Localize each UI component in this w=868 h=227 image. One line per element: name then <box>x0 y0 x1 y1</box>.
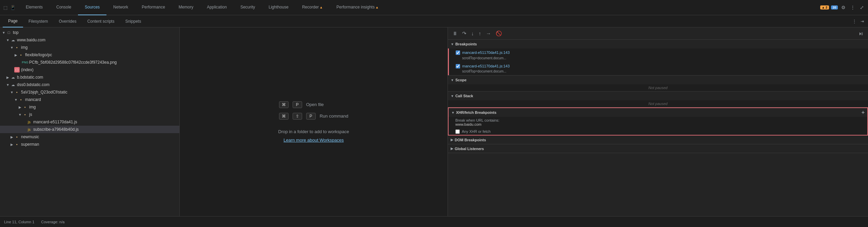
tab-recorder[interactable]: Recorder ▲ <box>295 0 330 15</box>
workspace-link[interactable]: Learn more about Workspaces <box>283 138 344 143</box>
global-listeners-label: Global Listeners <box>455 147 484 151</box>
sub-tab-bar: Page Filesystem Overrides Content script… <box>0 15 868 27</box>
subtab-snippets[interactable]: Snippets <box>120 15 146 27</box>
step-into-button[interactable]: ↓ <box>470 30 476 37</box>
tab-perf-insights[interactable]: Performance insights ▲ <box>330 0 386 15</box>
tree-item-mancard-img[interactable]: ▶ ▪ img <box>0 103 179 111</box>
tree-item-mancard-js-file[interactable]: js mancard-e51170da41.js <box>0 118 179 126</box>
tab-lighthouse[interactable]: Lighthouse <box>262 0 295 15</box>
more-button[interactable]: ⋮ <box>849 4 856 11</box>
tree-arrow-baidu: ▼ <box>5 38 10 42</box>
folder-icon-mancard-img: ▪ <box>22 104 28 110</box>
xhr-header[interactable]: ▼ XHR/fetch Breakpoints + <box>449 108 867 117</box>
tree-item-static[interactable]: ▼ ▪ 5aV1bjqh_Q23odCf/static <box>0 88 179 96</box>
pause-button[interactable]: ⏸ <box>451 30 459 37</box>
tab-console[interactable]: Console <box>50 0 78 15</box>
kbd-shift: ⇧ <box>293 113 302 120</box>
kbd-p2: P <box>306 113 316 120</box>
dom-breakpoints-header[interactable]: ▶ DOM Breakpoints <box>448 136 868 144</box>
breakpoint-checkbox-1[interactable] <box>456 50 460 55</box>
any-xhr-checkbox[interactable] <box>455 129 460 134</box>
breakpoint-item-1[interactable]: mancard-e51170da41.js:143 scrollTop=docu… <box>448 48 868 62</box>
cloud-icon-baidu: ☁ <box>10 37 16 43</box>
step-over-button[interactable]: ↷ <box>460 30 468 37</box>
breakpoint-text-1: mancard-e51170da41.js:143 scrollTop=docu… <box>462 50 510 61</box>
deactivate-button[interactable]: 🚫 <box>494 30 504 37</box>
folder-icon-static: ▪ <box>14 89 20 95</box>
tree-label-mancard-img: img <box>29 105 36 109</box>
tree-item-top[interactable]: ▼ □ top <box>0 29 179 36</box>
shortcuts-section: ⌘ P Open file ⌘ ⇧ P Run command <box>279 101 349 120</box>
top-tab-bar: ⬚ 📱 Elements Console Sources Network Per… <box>0 0 868 15</box>
panel-toggle-icon[interactable]: ⋮ <box>851 18 858 24</box>
step-button[interactable]: → <box>484 30 493 37</box>
file-tree: ▼ □ top ▼ ☁ www.baidu.com ▼ ▪ img <box>0 27 179 216</box>
settings-button[interactable]: ⚙ <box>840 4 847 11</box>
dom-breakpoints-arrow: ▶ <box>451 138 453 142</box>
tree-item-newmusic[interactable]: ▶ ▪ newmusic <box>0 133 179 141</box>
subtab-overrides[interactable]: Overrides <box>53 15 82 27</box>
call-stack-header[interactable]: ▼ Call Stack <box>448 91 868 100</box>
tree-item-dss0[interactable]: ▼ ☁ dss0.bdstatic.com <box>0 81 179 88</box>
right-panel: ⏸ ↷ ↓ ↑ → 🚫 ⏯ ▼ Breakpoints mancard-e511… <box>448 27 868 216</box>
bp-code-1: scrollTop=document.docum... <box>462 56 510 61</box>
tree-item-png[interactable]: PNG PCfb_5bf082d29588c07f842ccde3f97243e… <box>0 59 179 66</box>
folder-icon-flexible: ▪ <box>18 52 24 58</box>
tree-label-img: img <box>21 45 27 50</box>
tree-item-subscribe-js[interactable]: js subscribe-a79648b40d.js <box>0 126 179 133</box>
expand-panel-icon[interactable]: ⇥ <box>859 18 865 24</box>
tree-arrow-dss0: ▼ <box>5 83 10 87</box>
tab-application[interactable]: Application <box>200 0 234 15</box>
tree-label-top: top <box>13 30 19 35</box>
dom-breakpoints-label: DOM Breakpoints <box>455 138 486 142</box>
scope-label: Scope <box>455 78 467 82</box>
kbd-cmd2: ⌘ <box>279 113 289 120</box>
tree-item-bdstatic-b[interactable]: ▶ ☁ b.bdstatic.com <box>0 74 179 81</box>
device-icon[interactable]: 📱 <box>10 5 16 10</box>
inspect-icon[interactable]: ⬚ <box>3 5 8 10</box>
run-command-label: Run command <box>320 114 349 119</box>
tab-network[interactable]: Network <box>106 0 135 15</box>
bp-code-2: scrollTop=document.docum... <box>462 69 510 74</box>
tree-item-flexible[interactable]: ▶ ▪ flexible/logo/pc <box>0 51 179 59</box>
scope-header[interactable]: ▼ Scope <box>448 76 868 84</box>
tree-item-baidu[interactable]: ▼ ☁ www.baidu.com <box>0 36 179 44</box>
folder-icon-mancard: ▪ <box>18 97 24 102</box>
tab-elements[interactable]: Elements <box>19 0 50 15</box>
global-listeners-header[interactable]: ▶ Global Listeners <box>448 144 868 153</box>
tab-sources[interactable]: Sources <box>78 0 106 15</box>
breakpoint-item-2[interactable]: mancard-e51170da41.js:143 scrollTop=docu… <box>448 62 868 76</box>
subtab-page[interactable]: Page <box>3 15 23 27</box>
resume-button[interactable]: ⏯ <box>857 30 865 37</box>
xhr-url-label: Break when URL contains: <box>455 118 865 122</box>
any-xhr-label: Any XHR or fetch <box>462 129 491 133</box>
tree-item-index[interactable]: ( ) (index) <box>0 66 179 74</box>
xhr-add-button[interactable]: + <box>862 110 865 115</box>
blue-badge: 20 <box>831 5 838 9</box>
global-listeners-arrow: ▶ <box>451 147 453 150</box>
tab-memory[interactable]: Memory <box>172 0 200 15</box>
bp-file-2: mancard-e51170da41.js:143 <box>462 63 510 69</box>
undock-button[interactable]: ⤢ <box>859 4 865 11</box>
toolbar-right: ▲ 2 20 ⚙ ⋮ ⤢ <box>820 4 868 11</box>
tree-item-mancard[interactable]: ▼ ▪ mancard <box>0 96 179 103</box>
subtab-filesystem[interactable]: Filesystem <box>23 15 53 27</box>
folder-icon-newmusic: ▪ <box>14 134 20 140</box>
breakpoint-checkbox-2[interactable] <box>456 64 460 68</box>
folder-icon-mancard-js: ▪ <box>22 112 28 117</box>
any-xhr-item[interactable]: Any XHR or fetch <box>449 128 867 135</box>
center-panel: ⌘ P Open file ⌘ ⇧ P Run command Drop in … <box>180 27 448 216</box>
tree-label-bdstatic-b: b.bdstatic.com <box>17 75 43 80</box>
tree-item-mancard-js[interactable]: ▼ ▪ js <box>0 111 179 118</box>
folder-icon-superman: ▪ <box>14 142 20 147</box>
call-stack-not-paused: Not paused <box>448 100 868 107</box>
tree-item-img[interactable]: ▼ ▪ img <box>0 44 179 51</box>
xhr-url-item: Break when URL contains: www.baidu.com <box>449 117 867 128</box>
subtab-content-scripts[interactable]: Content scripts <box>82 15 120 27</box>
tab-performance[interactable]: Performance <box>135 0 172 15</box>
breakpoints-header[interactable]: ▼ Breakpoints <box>448 40 868 48</box>
tree-arrow-superman: ▶ <box>9 143 14 146</box>
step-out-button[interactable]: ↑ <box>477 30 483 37</box>
tab-security[interactable]: Security <box>234 0 262 15</box>
tree-item-superman[interactable]: ▶ ▪ superman <box>0 141 179 148</box>
